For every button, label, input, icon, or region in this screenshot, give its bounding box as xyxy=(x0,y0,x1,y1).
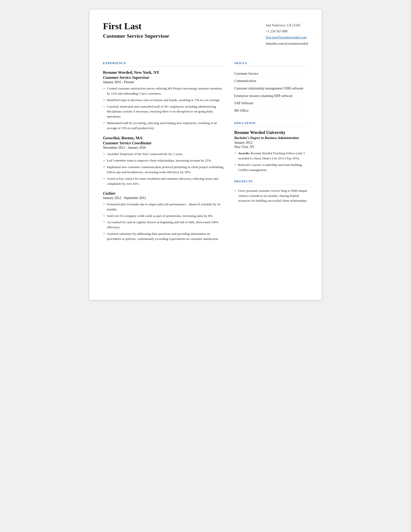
education-section-title: EDUCATION xyxy=(234,121,308,126)
date-range-2: November 2012 - January 2016 xyxy=(103,146,224,150)
bullet-3-3: Accounted for cash in register drawer at… xyxy=(103,220,224,230)
date-range-1: January 2016 - Present xyxy=(103,80,224,84)
phone: +1 234 567-890 xyxy=(266,28,308,34)
candidate-title: Customer Service Supervisor xyxy=(103,33,266,39)
bullet-1-3: Coached, motivated and counselled staff … xyxy=(103,104,224,119)
bullet-1-4: Maintained staff by recruiting, selectin… xyxy=(103,121,224,131)
experience-section-title: EXPERIENCE xyxy=(103,61,224,66)
projects-section-title: PROJECTS xyxy=(234,180,308,184)
edu-awards: Awards: Resume Worded Teaching Fellow (o… xyxy=(234,151,308,161)
experience-block-2: Growthsi, Boston, MA Customer Service Co… xyxy=(103,136,224,186)
company-bold-2: Growthsi xyxy=(103,136,120,140)
email-link[interactable]: first.last@resumeworded.com xyxy=(266,36,306,39)
right-column: SKILLS Customer Service Communication Cu… xyxy=(234,61,308,247)
awards-label: Awards: xyxy=(238,151,251,155)
linkedin: linkedin.com/in/resumeworded xyxy=(266,41,308,47)
edu-courses: Relevant Courses: Leadership and team bu… xyxy=(234,162,308,173)
skill-1: Customer Service xyxy=(234,70,308,78)
edu-date: January 2012 xyxy=(234,141,308,145)
bullet-3-1: Promoted after 8 months due to impeccabl… xyxy=(103,202,224,212)
projects-bullet-list: Grew personal customer service blog to 5… xyxy=(234,188,308,204)
experience-block-1: Resume Worded, New York, NY Customer Ser… xyxy=(103,70,224,131)
job-title-3: Cashier xyxy=(103,191,224,196)
skill-4: Enterprise resource planning ERP softwar… xyxy=(234,92,308,100)
job-title-1: Customer Service Supervisor xyxy=(103,76,224,80)
bullet-3-4: Assisted customers by addressing their q… xyxy=(103,231,224,242)
bullet-1-2: Identified steps to decrease rates of re… xyxy=(103,98,224,103)
date-range-3: January 2012 - September 2012 xyxy=(103,196,224,200)
bullet-3-2: Sold over 65 company credit cards as par… xyxy=(103,214,224,218)
experience-block-3: Cashier January 2012 - September 2012 Pr… xyxy=(103,191,224,242)
company-bold-1: Resume Worded xyxy=(103,70,132,75)
skill-2: Communication xyxy=(234,77,308,85)
company-location-2: , Boston, MA xyxy=(120,136,142,140)
header-left: First Last Customer Service Supervisor xyxy=(103,21,266,39)
address: San Francisco, CA 12345 xyxy=(266,22,308,28)
bullet-2-4: Acted as key contact for issue resolutio… xyxy=(103,176,224,186)
bullet-2-1: Awarded 'Employee of the Year' consecuti… xyxy=(103,152,224,157)
edu-degree: Bachelor's Degree in Business Administra… xyxy=(234,136,308,140)
company-name-2: Growthsi, Boston, MA xyxy=(103,136,224,141)
job-title-2: Customer Service Coordinator xyxy=(103,141,224,145)
bullet-list-2: Awarded 'Employee of the Year' consecuti… xyxy=(103,152,224,186)
resume-body: EXPERIENCE Resume Worded, New York, NY C… xyxy=(103,61,308,247)
candidate-name: First Last xyxy=(103,21,266,31)
bullet-list-1: Created customer satisfaction survey uti… xyxy=(103,86,224,131)
skill-5: SAP Software xyxy=(234,100,308,107)
bullet-2-3: Implement new customer communication pro… xyxy=(103,165,224,175)
bullet-2-2: Led 5-member team to improve client rela… xyxy=(103,158,224,163)
left-column: EXPERIENCE Resume Worded, New York, NY C… xyxy=(103,61,224,247)
edu-location: New York, NY xyxy=(234,145,308,149)
skill-3: Customer relationship management CRM sof… xyxy=(234,85,308,92)
edu-bullet-list: Awards: Resume Worded Teaching Fellow (o… xyxy=(234,151,308,173)
resume-header: First Last Customer Service Supervisor S… xyxy=(103,21,308,51)
header-right: San Francisco, CA 12345 +1 234 567-890 f… xyxy=(266,21,308,47)
courses-label: Relevant Courses: xyxy=(238,163,262,167)
bullet-1-1: Created customer satisfaction survey uti… xyxy=(103,86,224,96)
email: first.last@resumeworded.com xyxy=(266,34,308,40)
company-name-1: Resume Worded, New York, NY xyxy=(103,70,224,75)
bullet-list-3: Promoted after 8 months due to impeccabl… xyxy=(103,202,224,242)
university-name: Resume Worded University xyxy=(234,130,308,135)
project-bullet-1: Grew personal customer service blog to 5… xyxy=(234,188,308,204)
skills-section-title: SKILLS xyxy=(234,61,308,66)
resume-page: First Last Customer Service Supervisor S… xyxy=(89,10,322,300)
company-location-1: , New York, NY xyxy=(132,70,159,75)
skills-list: Customer Service Communication Customer … xyxy=(234,70,308,115)
skill-6: MS Office xyxy=(234,107,308,115)
